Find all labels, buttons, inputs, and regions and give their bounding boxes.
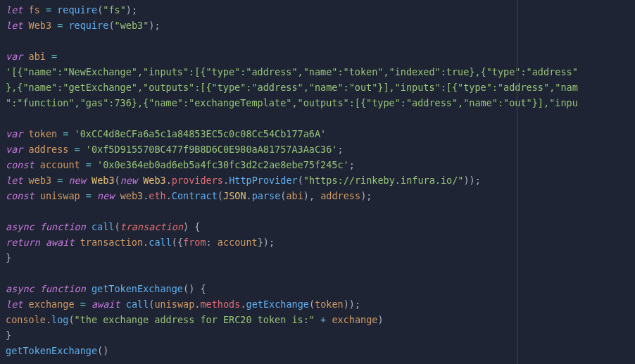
keyword: let xyxy=(6,299,23,310)
keyword: const xyxy=(6,159,34,170)
property: from xyxy=(183,237,206,248)
string: '0xf5D915570BC477f9B8D6C0E980aA81757A3Aa… xyxy=(86,144,338,155)
function-call: log xyxy=(51,314,68,325)
punct: ); xyxy=(126,4,137,15)
column-ruler xyxy=(517,0,517,364)
function-def: getTokenExchange xyxy=(92,283,183,294)
operator: + xyxy=(320,314,326,325)
identifier: uniswap xyxy=(40,190,80,201)
keyword: function xyxy=(40,283,86,294)
keyword: new xyxy=(120,175,137,186)
operator: = xyxy=(57,175,63,186)
identifier: account xyxy=(218,237,258,248)
operator: = xyxy=(86,190,92,201)
code-line: '[{"name":"NewExchange","inputs":[{"type… xyxy=(6,65,629,80)
keyword: await xyxy=(46,237,75,248)
string: "the exchange address for ERC20 token is… xyxy=(75,314,315,325)
code-line: async function call(transaction) { xyxy=(6,220,629,235)
class-name: Web3 xyxy=(92,175,115,186)
identifier: Web3 xyxy=(29,20,52,31)
code-line: },{"name":"getExchange","outputs":[{"typ… xyxy=(6,80,629,96)
punct: . xyxy=(246,190,252,201)
string: "https://rinkeby.infura.io/" xyxy=(303,175,464,186)
punct: } xyxy=(6,252,11,263)
code-line: let web3 = new Web3(new Web3.providers.H… xyxy=(6,173,629,189)
keyword: let xyxy=(6,175,23,186)
identifier: token xyxy=(315,299,344,310)
keyword: new xyxy=(97,190,114,201)
identifier: address xyxy=(320,190,360,201)
punct: . xyxy=(46,314,51,325)
punct: . xyxy=(166,190,172,201)
code-line: } xyxy=(6,251,629,266)
identifier: address xyxy=(29,144,69,155)
code-line: async function getTokenExchange() { xyxy=(6,282,629,297)
punct: ( xyxy=(108,20,114,31)
code-line: let fs = require("fs"); xyxy=(6,3,629,18)
parameter: transaction xyxy=(120,221,183,232)
punct: ( xyxy=(115,175,120,186)
punct: ( xyxy=(298,175,303,186)
string: '[{"name":"NewExchange","inputs":[{"type… xyxy=(6,66,578,77)
string: "web3" xyxy=(115,20,149,31)
class-name: JSON xyxy=(223,190,246,201)
function-call: getExchange xyxy=(246,299,309,310)
identifier: web3 xyxy=(29,175,52,186)
code-line: ":"function","gas":736},{"name":"exchang… xyxy=(6,96,629,111)
code-editor[interactable]: let fs = require("fs"); let Web3 = requi… xyxy=(0,0,635,362)
identifier: web3 xyxy=(120,190,144,201)
property: eth xyxy=(149,190,165,201)
function-call: call xyxy=(149,237,172,248)
punct: . xyxy=(223,175,229,186)
punct: }); xyxy=(258,237,275,248)
property: HttpProvider xyxy=(229,175,298,186)
punct: ; xyxy=(349,159,355,170)
identifier: console xyxy=(6,314,46,325)
code-line: var token = '0xCC4d8eCFa6a5c1a84853EC5c0… xyxy=(6,127,629,142)
code-line: console.log("the exchange address for ER… xyxy=(6,313,629,328)
property: methods xyxy=(200,299,240,310)
identifier: account xyxy=(40,159,80,170)
code-line: var address = '0xf5D915570BC477f9B8D6C0E… xyxy=(6,142,629,158)
punct: . xyxy=(166,175,172,186)
function-def: call xyxy=(92,221,115,232)
punct: : xyxy=(206,237,218,248)
code-line: var abi = xyxy=(6,49,629,65)
keyword: return xyxy=(6,237,40,248)
property: Contract xyxy=(172,190,218,201)
punct: () { xyxy=(183,283,206,294)
identifier: fs xyxy=(29,4,40,15)
punct: ) xyxy=(377,314,383,325)
operator: = xyxy=(51,51,57,62)
string: '0xCC4d8eCFa6a5c1a84853EC5c0c08Cc54Cb177… xyxy=(75,128,327,139)
keyword: var xyxy=(6,51,23,62)
string: '0x0e364eb0ad6eb5a4fc30fc3d2c2ae8ebe75f2… xyxy=(97,159,349,170)
code-line: return await transaction.call({from: acc… xyxy=(6,235,629,251)
code-line: } xyxy=(6,328,629,344)
keyword: const xyxy=(6,190,34,201)
punct: ) { xyxy=(183,221,200,232)
keyword: await xyxy=(92,299,120,310)
function-call: call xyxy=(126,299,149,310)
operator: = xyxy=(46,4,51,15)
keyword: var xyxy=(6,144,23,155)
function-call: require xyxy=(68,20,108,31)
function-call: parse xyxy=(252,190,281,201)
string: ":"function","gas":736},{"name":"exchang… xyxy=(6,97,578,108)
punct: )); xyxy=(344,299,360,310)
punct: ), xyxy=(303,190,320,201)
keyword: function xyxy=(40,221,86,232)
code-line: const account = '0x0e364eb0ad6eb5a4fc30f… xyxy=(6,158,629,173)
punct: ); xyxy=(149,20,160,31)
blank-line xyxy=(6,111,629,127)
blank-line xyxy=(6,266,629,282)
punct: ( xyxy=(218,190,223,201)
function-call: require xyxy=(57,4,97,15)
function-call: getTokenExchange xyxy=(6,345,97,356)
code-line: const uniswap = new web3.eth.Contract(JS… xyxy=(6,189,629,204)
blank-line xyxy=(6,34,629,49)
keyword: var xyxy=(6,128,23,139)
operator: = xyxy=(63,128,68,139)
keyword: let xyxy=(6,20,23,31)
operator: = xyxy=(86,159,92,170)
